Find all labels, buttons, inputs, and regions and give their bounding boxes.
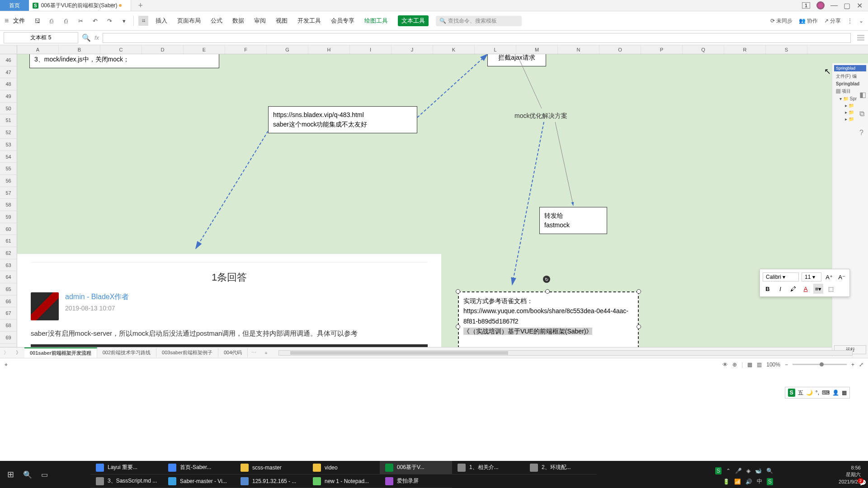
ime-moon-icon[interactable]: 🌙 [806,389,813,396]
window-count-badge[interactable]: 1 [802,2,810,9]
col-header[interactable]: I [350,45,392,54]
row-header[interactable]: 46 [0,54,17,66]
tray-cube-icon[interactable]: ◈ [746,468,750,474]
col-header[interactable]: N [558,45,599,54]
menu-view[interactable]: 视图 [276,17,288,25]
print-preview-icon[interactable]: ⎙ [47,16,57,26]
menu-member[interactable]: 会员专享 [331,17,354,25]
resize-handle[interactable] [637,324,641,329]
zoom-out-button[interactable]: − [785,361,788,368]
cut-icon[interactable]: ✂ [75,16,85,26]
menu-text-tools[interactable]: 文本工具 [398,15,429,26]
notification-icon[interactable]: 💬2 [859,479,866,486]
taskbar-item-active[interactable]: 006基于V... [380,461,452,474]
col-header[interactable]: Q [683,45,724,54]
row-header[interactable]: 47 [0,66,17,79]
ime-lang[interactable]: 中 [757,478,762,485]
tab-document[interactable]: S 006基于VUE的前端框架(Saber) ▢ [29,0,131,11]
col-header[interactable]: P [641,45,683,54]
fx-icon[interactable]: fx [94,34,99,41]
taskbar-item[interactable]: Layui 重要... [90,461,163,474]
more-icon[interactable]: ⋮ [847,18,853,24]
save-icon[interactable]: 🖫 [32,16,42,26]
taskbar-item[interactable]: 2、环境配... [524,461,597,474]
resize-handle[interactable] [456,289,460,294]
collapse-ribbon-icon[interactable]: ⌄ [859,18,863,24]
share-button[interactable]: ↗ 分享 [824,17,841,25]
tray-wifi-icon[interactable]: 📶 [734,479,741,485]
col-header[interactable]: M [516,45,558,54]
font-decrease-icon[interactable]: A⁻ [837,272,847,282]
align-button[interactable]: ≡▾ [813,284,823,294]
print-icon[interactable]: ⎙ [61,16,71,26]
format-painter-icon[interactable]: ⌗ [138,16,148,26]
font-size-select[interactable]: 11 ▾ [802,272,821,282]
row-header[interactable]: 55 [0,163,17,175]
new-tab-button[interactable]: + [131,1,150,10]
row-header[interactable]: 51 [0,114,17,127]
ime-mode[interactable]: 五 [798,389,803,397]
row-header[interactable]: 64 [0,271,17,283]
status-mode-icon[interactable]: ⌖ [5,361,8,368]
rotate-handle-icon[interactable]: ↻ [543,276,550,283]
col-header[interactable]: E [184,45,225,54]
tray-battery-icon[interactable]: 🔋 [723,479,730,485]
sheet-tab[interactable]: 004代码 [218,348,248,357]
row-header[interactable]: 59 [0,211,17,223]
row-header[interactable]: 54 [0,151,17,163]
add-sheet-button[interactable]: + [260,350,272,356]
formula-expand-icon[interactable] [857,35,864,41]
row-header[interactable]: 60 [0,223,17,235]
resize-handle[interactable] [456,324,460,329]
ime-keyboard-icon[interactable]: ⌨ [822,389,830,396]
side-layers-icon[interactable]: ⧉ [859,110,866,118]
row-header[interactable]: 65 [0,283,17,296]
embedded-forum-image[interactable]: 1条回答 admin - BladeX作者 2019-08-13 10:07 s… [17,254,441,347]
taskbar-item[interactable]: 3、SassScript.md ... [90,474,163,488]
note-box-url[interactable]: https://sns.bladex.vip/q-483.html saber这… [268,106,417,133]
taskbar-item[interactable]: 首页-Saber... [163,461,235,474]
sync-status[interactable]: ⟳ 未同步 [770,17,793,25]
note-box-devserver[interactable]: false; 2、把devServer替换成nginx; 3、mock/inde… [29,54,219,68]
menu-data[interactable]: 数据 [232,17,244,25]
row-header[interactable]: 61 [0,235,17,247]
maximize-button[interactable]: ▢ [844,2,850,9]
italic-button[interactable]: I [775,284,785,294]
tab-home[interactable]: 首页 [0,0,29,11]
taskbar-item[interactable]: 1、相关介... [452,461,524,474]
ime-toolbar[interactable]: S 五 🌙 °, ⌨ 👤 ▦ [785,387,850,399]
view-page-icon[interactable]: ▥ [757,361,762,368]
eye-icon[interactable]: 👁 [722,361,728,368]
zoom-level[interactable]: 100% [766,361,780,368]
row-header[interactable]: 63 [0,259,17,272]
col-header[interactable]: C [100,45,142,54]
resize-handle[interactable] [637,289,641,294]
sheet-nav-prev[interactable]: 〉 [0,349,12,356]
col-header[interactable]: G [267,45,308,54]
menu-dev-tools[interactable]: 开发工具 [297,17,321,25]
zoom-slider[interactable] [793,364,847,365]
col-header[interactable]: D [142,45,184,54]
paint-button[interactable]: ⬚ [826,284,836,294]
taskbar-item[interactable]: new 1 - Notepad... [307,474,380,488]
panel-menu[interactable]: 文件(F) 编 [834,72,866,80]
ime-s-tray-icon[interactable]: S [767,478,773,485]
taskbar-item[interactable]: scss-master [235,461,307,474]
sheet-more[interactable]: ⋯ [248,350,260,356]
row-header[interactable]: 58 [0,199,17,211]
bold-button[interactable]: B [763,284,773,294]
row-header[interactable]: 52 [0,127,17,139]
taskbar-item[interactable]: video [307,461,380,474]
side-toolbox-icon[interactable]: ◧ [859,90,866,99]
task-view-button[interactable]: ▭ [41,470,48,479]
row-header[interactable]: 62 [0,247,17,259]
ime-s-tray-icon[interactable]: S [715,467,722,474]
tray-docker-icon[interactable]: 🐋 [755,468,762,474]
menu-drawing-tools[interactable]: 绘图工具 [364,17,388,25]
col-header[interactable]: F [225,45,267,54]
ime-grid-icon[interactable]: ▦ [842,389,847,396]
ime-punct-icon[interactable]: °, [816,389,819,396]
font-increase-icon[interactable]: A⁺ [824,272,834,282]
highlight-button[interactable]: 🖍 [788,284,798,294]
selected-textbox-yuque[interactable]: 实现方式参考语雀文档： https://www.yuque.com/books/… [458,291,639,347]
